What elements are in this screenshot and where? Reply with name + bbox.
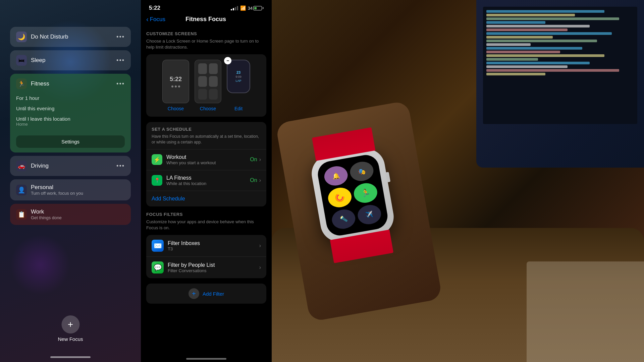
- code-line-7: [486, 32, 612, 35]
- code-line-16: [486, 65, 568, 68]
- focus-items-list: 🌙 Do Not Disturb ••• 🛏 Sleep ••• 🏃 Fitne…: [10, 27, 131, 225]
- do-not-disturb-icon: 🌙: [16, 32, 27, 42]
- add-filter-label: Add Filter: [203, 291, 224, 297]
- schedule-title: SET A SCHEDULE: [146, 122, 266, 134]
- code-line-12: [486, 51, 560, 53]
- new-focus-plus-icon: +: [61, 315, 79, 334]
- home-screen-mockup: [195, 60, 221, 103]
- code-line-17: [486, 69, 619, 72]
- la-fitness-toggle: On ›: [250, 177, 261, 183]
- background-photo: 🔔 🎭 🏃 🔦 ✈️: [272, 0, 644, 362]
- watch-edit-button[interactable]: Edit: [234, 106, 243, 111]
- focus-item-sleep[interactable]: 🛏 Sleep •••: [10, 50, 131, 70]
- code-line-15: [486, 62, 590, 64]
- lock-screen-choose-button[interactable]: Choose: [168, 106, 184, 111]
- code-line-6: [486, 28, 568, 31]
- code-line-4: [486, 21, 545, 24]
- focus-item-work[interactable]: 📋 Work Get things done: [10, 204, 131, 225]
- app-placeholder-5: [198, 89, 207, 100]
- code-line-13: [486, 54, 604, 57]
- watch-app-fitness-rings: [327, 186, 353, 209]
- driving-dots: •••: [116, 163, 125, 170]
- filter-inboxes-sub: T3: [168, 246, 259, 251]
- personal-icon: 👤: [16, 185, 27, 195]
- driving-label: Driving: [31, 163, 116, 169]
- code-line-14: [486, 58, 538, 61]
- focus-filters-title: FOCUS FILTERS: [146, 212, 266, 217]
- la-fitness-name: LA Fitness: [166, 175, 250, 181]
- code-display: [486, 10, 634, 75]
- code-line-1: [486, 10, 604, 13]
- workout-schedule-row[interactable]: ⚡ Workout When you start a workout On ›: [146, 149, 266, 170]
- focus-item-fitness[interactable]: 🏃 Fitness ••• For 1 hour Until this even…: [10, 74, 131, 153]
- la-fitness-info: LA Fitness While at this location: [166, 175, 250, 186]
- work-icon: 📋: [16, 209, 27, 220]
- battery-icon: 34: [248, 6, 264, 11]
- submenu-until-leave-location[interactable]: Until I leave this location Home: [16, 115, 125, 128]
- filter-people-name: Filter by People List: [168, 262, 259, 268]
- code-line-18: [486, 73, 545, 75]
- code-line-10: [486, 43, 531, 46]
- filter-people-row[interactable]: 💬 Filter by People List Filter Conversat…: [146, 256, 266, 278]
- la-fitness-chevron-icon: ›: [259, 177, 261, 183]
- back-label: Focus: [150, 16, 165, 23]
- signal-icon: [231, 6, 238, 10]
- app-placeholder-1: [198, 63, 207, 74]
- scroll-content[interactable]: CUSTOMIZE SCREENS Choose a Lock Screen o…: [141, 26, 272, 355]
- workout-icon: ⚡: [152, 154, 162, 165]
- do-not-disturb-label: Do Not Disturb: [31, 34, 116, 40]
- watch-app-airplane: ✈️: [356, 203, 383, 226]
- code-line-9: [486, 40, 597, 42]
- submenu-until-this-evening[interactable]: Until this evening: [16, 104, 125, 113]
- new-focus-button[interactable]: + New Focus: [58, 315, 83, 342]
- battery-percentage: 34: [248, 6, 253, 11]
- phone-dots: [171, 85, 180, 87]
- code-line-8: [486, 36, 553, 39]
- filter-inboxes-info: Filter Inboxes T3: [168, 240, 259, 251]
- code-line-11: [486, 47, 582, 50]
- lock-screen-mockup: 5:22: [162, 60, 189, 103]
- filter-inboxes-row[interactable]: ✉️ Filter Inboxes T3 ›: [146, 235, 266, 256]
- home-screen-preview: Choose: [195, 60, 221, 111]
- add-schedule-button[interactable]: Add Schedule: [146, 191, 266, 206]
- workout-info: Workout When you start a workout: [166, 154, 250, 165]
- status-bar: 5:22 📶 34: [141, 0, 272, 14]
- wifi-icon: 📶: [240, 5, 246, 11]
- watch-app-workout: 🏃: [352, 181, 379, 204]
- screens-card: 5:22 Choose: [146, 54, 266, 117]
- watch-app-theater: 🎭: [348, 160, 375, 183]
- monitor-background: [476, 0, 644, 168]
- add-filter-card[interactable]: + Add Filter: [146, 284, 266, 304]
- work-label: Work: [31, 208, 125, 215]
- watch-crown: [385, 172, 390, 182]
- app-placeholder-6: [209, 89, 218, 100]
- focus-item-driving[interactable]: 🚗 Driving •••: [10, 156, 131, 176]
- home-screen-choose-button[interactable]: Choose: [200, 106, 216, 111]
- filter-people-chevron-icon: ›: [259, 264, 261, 270]
- focus-item-do-not-disturb[interactable]: 🌙 Do Not Disturb •••: [10, 27, 131, 47]
- add-filter-button[interactable]: + Add Filter: [146, 284, 266, 304]
- fitness-settings-button[interactable]: Settings: [16, 135, 125, 148]
- watch-mockup: 23 9:09 LAP: [227, 60, 250, 93]
- back-button[interactable]: ‹ Focus: [146, 15, 165, 23]
- la-fitness-schedule-row[interactable]: 📍 LA Fitness While at this location On ›: [146, 170, 266, 191]
- new-focus-label: New Focus: [58, 336, 83, 342]
- personal-sublabel: Turn off work, focus on you: [31, 191, 125, 196]
- code-line-3: [486, 17, 619, 20]
- watch-app-flashlight: 🔦: [330, 207, 357, 231]
- sleep-label: Sleep: [31, 57, 116, 64]
- keyboard-area: [527, 261, 644, 362]
- submenu-for-1-hour[interactable]: For 1 hour: [16, 94, 125, 102]
- messages-filter-icon: 💬: [152, 261, 164, 274]
- customize-screens-title: CUSTOMIZE SCREENS: [146, 31, 266, 36]
- focus-list-panel: 🌙 Do Not Disturb ••• 🛏 Sleep ••• 🏃 Fitne…: [0, 0, 141, 362]
- focus-item-personal[interactable]: 👤 Personal Turn off work, focus on you: [10, 179, 131, 200]
- fitness-icon: 🏃: [16, 78, 27, 89]
- watch-preview: − 23 9:09 LAP Edit: [227, 60, 250, 111]
- filter-people-sub: Filter Conversations: [168, 268, 259, 273]
- status-icons: 📶 34: [231, 5, 264, 11]
- home-bar: [186, 358, 226, 360]
- code-line-2: [486, 14, 575, 16]
- filter-inboxes-name: Filter Inboxes: [168, 240, 259, 246]
- personal-label: Personal: [31, 184, 125, 191]
